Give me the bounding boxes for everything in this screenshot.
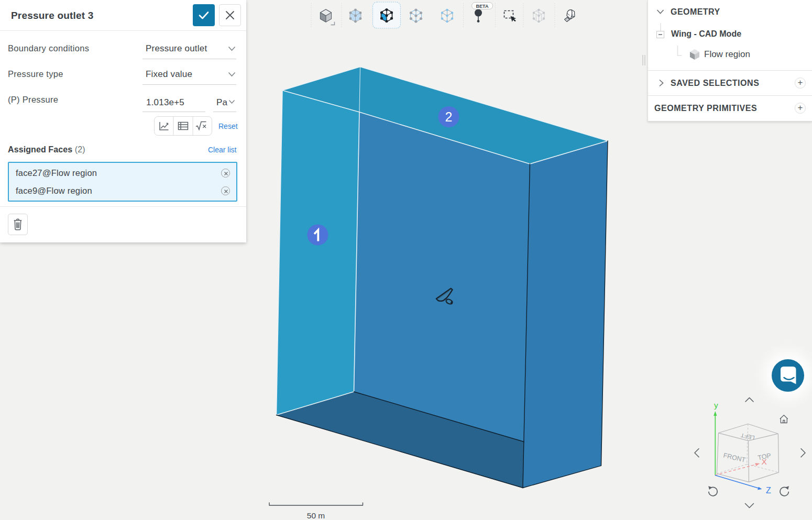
svg-text:50 m: 50 m xyxy=(307,511,325,520)
svg-text:FRONT: FRONT xyxy=(722,451,746,463)
svg-text:X: X xyxy=(762,457,767,466)
svg-text:y: y xyxy=(714,401,718,410)
svg-text:Z: Z xyxy=(766,486,771,495)
svg-text:LEFT: LEFT xyxy=(740,432,755,441)
svg-text:BETA: BETA xyxy=(476,4,489,9)
svg-text:2: 2 xyxy=(445,109,453,124)
